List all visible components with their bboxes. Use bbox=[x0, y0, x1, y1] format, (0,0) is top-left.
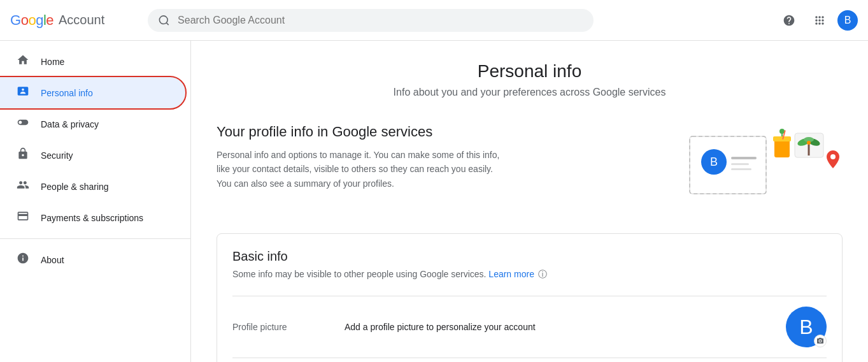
personal-info-icon bbox=[15, 85, 31, 101]
svg-rect-6 bbox=[731, 157, 757, 159]
help-icon bbox=[783, 14, 795, 27]
sidebar-item-home[interactable]: Home bbox=[0, 46, 185, 77]
svg-rect-7 bbox=[731, 163, 749, 165]
profile-section: Your profile info in Google services Per… bbox=[217, 124, 843, 213]
sidebar-label-home: Home bbox=[41, 57, 64, 67]
svg-text:B: B bbox=[710, 156, 718, 168]
sidebar-label-security: Security bbox=[41, 150, 73, 161]
illustration-svg: B bbox=[677, 124, 843, 213]
avatar: B bbox=[786, 307, 827, 347]
sidebar: Home Personal info Data & privacy Securi… bbox=[0, 41, 191, 362]
basic-info-title: Basic info bbox=[232, 249, 827, 264]
apps-icon bbox=[813, 14, 826, 27]
svg-point-19 bbox=[807, 141, 811, 145]
camera-icon bbox=[816, 337, 824, 345]
about-icon bbox=[15, 252, 31, 268]
svg-point-20 bbox=[830, 154, 836, 159]
sidebar-label-payments: Payments & subscriptions bbox=[41, 213, 143, 223]
search-bar[interactable] bbox=[148, 9, 594, 32]
main-layout: Home Personal info Data & privacy Securi… bbox=[0, 41, 868, 362]
user-avatar-button[interactable]: B bbox=[837, 10, 858, 31]
profile-text: Your profile info in Google services Per… bbox=[217, 124, 651, 191]
payments-icon bbox=[15, 210, 31, 226]
page-subtitle: Info about you and your preferences acro… bbox=[217, 87, 843, 98]
sidebar-item-security[interactable]: Security bbox=[0, 140, 185, 171]
security-icon bbox=[15, 147, 31, 163]
page-header: Personal info Info about you and your pr… bbox=[217, 61, 843, 98]
svg-rect-10 bbox=[773, 136, 791, 141]
basic-info-subtitle: Some info may be visible to other people… bbox=[232, 269, 827, 280]
avatar-letter: B bbox=[799, 315, 813, 339]
sidebar-item-people-sharing[interactable]: People & sharing bbox=[0, 171, 185, 202]
sidebar-label-data-privacy: Data & privacy bbox=[41, 119, 99, 129]
home-icon bbox=[15, 54, 31, 69]
basic-info-card: Basic info Some info may be visible to o… bbox=[217, 233, 843, 362]
apps-button[interactable] bbox=[807, 8, 832, 33]
sidebar-item-personal-info[interactable]: Personal info bbox=[0, 77, 185, 108]
svg-point-0 bbox=[159, 15, 167, 24]
sidebar-item-about[interactable]: About bbox=[0, 244, 185, 275]
app-title: Account bbox=[59, 13, 104, 27]
profile-picture-value: Add a profile picture to personalize you… bbox=[345, 322, 776, 332]
help-button[interactable] bbox=[776, 8, 802, 33]
search-icon bbox=[158, 14, 170, 27]
google-logo: Google bbox=[10, 12, 53, 29]
svg-rect-8 bbox=[731, 168, 751, 170]
page-title: Personal info bbox=[217, 61, 843, 82]
header: Google Account B bbox=[0, 0, 868, 41]
sidebar-label-people-sharing: People & sharing bbox=[41, 182, 109, 192]
data-privacy-icon bbox=[15, 116, 31, 132]
sidebar-divider bbox=[0, 238, 190, 239]
profile-section-desc: Personal info and options to manage it. … bbox=[217, 148, 509, 191]
learn-more-link[interactable]: Learn more bbox=[488, 269, 534, 279]
sidebar-item-data-privacy[interactable]: Data & privacy bbox=[0, 108, 185, 140]
header-actions: B bbox=[776, 8, 858, 33]
svg-rect-2 bbox=[690, 136, 766, 194]
display-name-row[interactable]: Display name bbox=[232, 358, 827, 362]
profile-picture-label: Profile picture bbox=[232, 322, 334, 332]
logo-area: Google Account bbox=[10, 12, 138, 29]
main-content: Personal info Info about you and your pr… bbox=[191, 41, 868, 362]
info-circle-icon: ⓘ bbox=[538, 269, 547, 279]
profile-picture-row[interactable]: Profile picture Add a profile picture to… bbox=[232, 296, 827, 358]
camera-badge bbox=[814, 335, 827, 347]
people-sharing-icon bbox=[15, 178, 31, 194]
svg-rect-9 bbox=[774, 140, 790, 157]
search-input[interactable] bbox=[178, 15, 583, 26]
sidebar-label-personal-info: Personal info bbox=[41, 88, 93, 98]
sidebar-item-payments[interactable]: Payments & subscriptions bbox=[0, 202, 185, 233]
sidebar-label-about: About bbox=[41, 255, 64, 265]
svg-line-1 bbox=[166, 22, 168, 24]
profile-illustration: B bbox=[677, 124, 843, 213]
profile-section-title: Your profile info in Google services bbox=[217, 124, 651, 140]
